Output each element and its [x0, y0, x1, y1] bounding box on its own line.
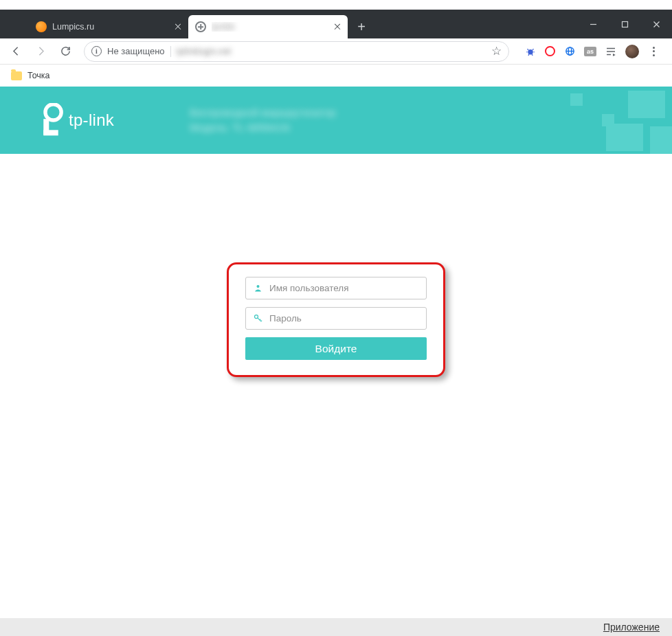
user-icon — [253, 283, 263, 293]
url-text: tplinklogin.net — [177, 46, 232, 56]
router-page-main: Войдите — [0, 154, 672, 618]
nav-forward-button[interactable] — [30, 41, 51, 62]
bookmark-star-icon[interactable]: ☆ — [491, 44, 502, 58]
extension-playlist-icon[interactable] — [605, 45, 617, 58]
header-line-2: Модель: TL-WR841N — [190, 120, 335, 136]
favicon-globe-icon — [195, 21, 206, 32]
profile-avatar-icon[interactable] — [625, 45, 639, 58]
svg-rect-1 — [622, 21, 627, 27]
extension-opera-icon[interactable] — [545, 46, 555, 56]
header-line-1: Беспроводной маршрутизатор — [190, 105, 335, 121]
bookmarks-bar: Точка — [0, 65, 672, 87]
close-icon[interactable] — [334, 23, 341, 30]
window-minimize-button[interactable] — [577, 10, 609, 38]
username-input[interactable] — [269, 283, 419, 293]
nav-reload-button[interactable] — [55, 41, 76, 62]
browser-tab-strip: Lumpics.ru tp-link + — [0, 10, 672, 38]
brand-text: tp-link — [69, 111, 114, 130]
router-page-footer: Приложение — [0, 618, 672, 636]
browser-tab-active[interactable]: tp-link — [188, 15, 348, 38]
bookmark-item[interactable]: Точка — [27, 71, 50, 80]
browser-toolbar: i Не защищено tplinklogin.net ☆ as — [0, 38, 672, 65]
key-icon — [253, 313, 263, 323]
username-field-wrap — [245, 277, 427, 299]
tab-title: Lumpics.ru — [52, 22, 175, 32]
svg-point-4 — [528, 49, 533, 55]
folder-icon — [11, 71, 22, 80]
login-form-highlight: Войдите — [227, 262, 445, 377]
extension-globe-icon[interactable] — [563, 45, 576, 58]
router-page-header: tp-link Беспроводной маршрутизатор Модел… — [0, 87, 672, 154]
nav-back-button[interactable] — [5, 41, 26, 62]
password-field-wrap — [245, 307, 427, 330]
close-icon[interactable] — [175, 23, 181, 30]
browser-tab-lumpics[interactable]: Lumpics.ru — [29, 15, 188, 38]
address-bar[interactable]: i Не защищено tplinklogin.net ☆ — [84, 41, 509, 62]
svg-point-15 — [255, 315, 258, 319]
router-model-text: Беспроводной маршрутизатор Модель: TL-WR… — [190, 105, 335, 136]
extension-icons: as — [517, 45, 667, 58]
window-top-edge — [0, 0, 672, 10]
extension-crab-icon[interactable] — [524, 45, 537, 58]
tplink-logo: tp-link — [37, 103, 114, 137]
new-tab-button[interactable]: + — [352, 17, 371, 36]
svg-point-14 — [257, 285, 260, 288]
site-info-icon[interactable]: i — [91, 46, 102, 56]
window-close-button[interactable] — [640, 10, 672, 38]
address-separator — [170, 46, 171, 57]
window-controls — [577, 10, 672, 38]
security-label: Не защищено — [107, 46, 165, 56]
extension-as-badge-icon[interactable]: as — [584, 47, 596, 56]
svg-point-11 — [45, 104, 61, 120]
browser-menu-button[interactable] — [647, 45, 660, 58]
login-submit-button[interactable]: Войдите — [245, 337, 427, 360]
window-maximize-button[interactable] — [609, 10, 640, 38]
favicon-orange-icon — [36, 21, 47, 32]
header-decoration — [493, 87, 672, 154]
svg-rect-13 — [43, 130, 58, 135]
footer-app-link[interactable]: Приложение — [603, 622, 660, 633]
password-input[interactable] — [269, 313, 419, 323]
tab-title: tp-link — [212, 22, 334, 32]
